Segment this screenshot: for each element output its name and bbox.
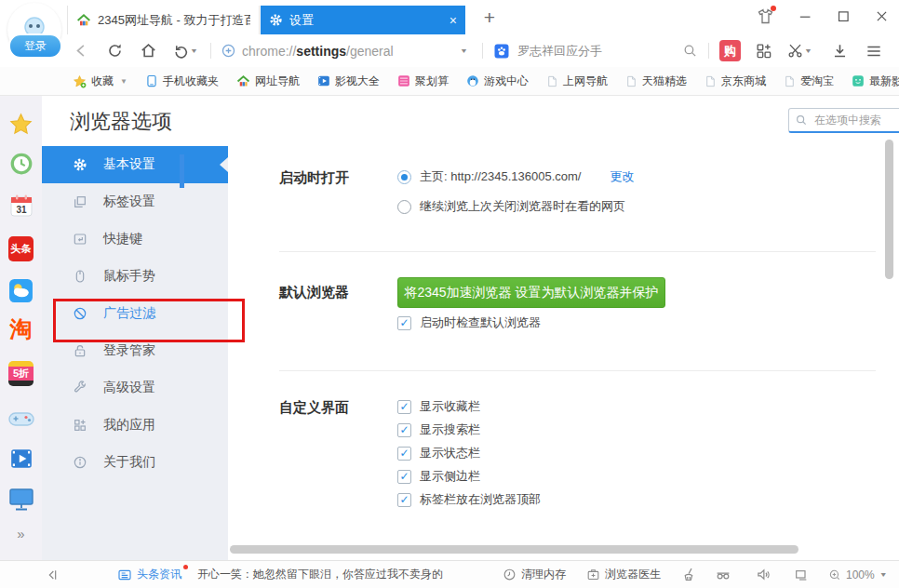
bookmark-item[interactable]: 影视大全 bbox=[317, 74, 380, 89]
nav-item-ad-filter[interactable]: 广告过滤 bbox=[42, 295, 228, 332]
nav-item-basic-settings[interactable]: 基本设置 bbox=[42, 146, 228, 183]
favorites-button[interactable]: 收藏 ▼ bbox=[73, 74, 127, 89]
incognito-mask-icon[interactable] bbox=[715, 561, 731, 588]
cleanup-broom-icon[interactable] bbox=[681, 561, 697, 588]
sound-speaker-icon[interactable] bbox=[756, 561, 772, 588]
nav-label: 基本设置 bbox=[103, 156, 155, 173]
close-button[interactable] bbox=[874, 8, 890, 24]
address-bar[interactable]: chrome://settings/general bbox=[242, 34, 394, 67]
new-tab-button[interactable]: + bbox=[476, 5, 503, 31]
bookmark-label: 京东商城 bbox=[721, 74, 766, 89]
checkbox-checked[interactable] bbox=[397, 470, 411, 484]
radio-selected[interactable] bbox=[397, 170, 411, 184]
screen-monitor-icon[interactable] bbox=[0, 488, 42, 512]
nav-scrollbar-thumb[interactable] bbox=[180, 154, 184, 188]
bookmark-item[interactable]: 爱淘宝 bbox=[784, 74, 834, 89]
tab-2345-navigation[interactable]: 2345网址导航 - 致力于打造百 bbox=[67, 6, 260, 34]
bookmark-item[interactable]: 聚划算 bbox=[397, 74, 449, 89]
rail-expand-chevron[interactable]: » bbox=[0, 526, 42, 541]
custom-ui-option[interactable]: 标签栏放在浏览器顶部 bbox=[397, 491, 541, 508]
navigation-toolbar: ▼ chrome://settings/general ▼ 罗志祥回应分手 购 … bbox=[0, 34, 899, 67]
bookmark-item[interactable]: 最新影视 bbox=[852, 74, 899, 89]
calendar-icon[interactable]: 31 bbox=[0, 194, 42, 218]
clean-memory-button[interactable]: 清理内存 bbox=[503, 561, 566, 588]
back-button[interactable] bbox=[73, 34, 90, 67]
site-security-icon[interactable] bbox=[221, 34, 236, 67]
bookmark-item[interactable]: 手机收藏夹 bbox=[145, 74, 219, 89]
custom-ui-option[interactable]: 显示收藏栏 bbox=[397, 398, 480, 415]
nav-label: 我的应用 bbox=[103, 417, 155, 434]
menu-button[interactable] bbox=[865, 34, 883, 67]
home-button[interactable] bbox=[140, 34, 157, 67]
check-default-option[interactable]: 启动时检查默认浏览器 bbox=[397, 314, 541, 331]
checkbox-checked[interactable] bbox=[397, 400, 411, 414]
nav-item-mouse-gestures[interactable]: 鼠标手势 bbox=[42, 258, 228, 295]
weather-icon[interactable] bbox=[0, 278, 42, 303]
minimize-button[interactable] bbox=[798, 8, 813, 24]
shopping-button[interactable]: 购 bbox=[719, 34, 741, 67]
settings-search-input[interactable] bbox=[812, 113, 899, 127]
custom-ui-option[interactable]: 显示状态栏 bbox=[397, 445, 480, 461]
refresh-button[interactable] bbox=[106, 34, 124, 67]
nav-item-my-apps[interactable]: 我的应用 bbox=[42, 407, 228, 444]
settings-search-box[interactable] bbox=[788, 108, 899, 133]
search-go-icon[interactable] bbox=[682, 34, 698, 67]
startup-home-option[interactable]: 主页: http://2345.136005.com/ 更改 bbox=[397, 168, 634, 185]
checkbox-checked[interactable] bbox=[397, 493, 411, 507]
tab-settings[interactable]: 设置 × bbox=[261, 6, 465, 34]
tab-close-icon[interactable]: × bbox=[450, 13, 457, 28]
discount-icon[interactable]: 5折 bbox=[0, 361, 42, 386]
download-button[interactable] bbox=[831, 34, 849, 67]
news-feed-button[interactable]: 头条资讯 开心一笑：她忽然留下眼泪，你答应过我不卖身的 bbox=[117, 561, 443, 588]
clean-memory-label: 清理内存 bbox=[521, 567, 566, 582]
favorites-star-icon[interactable] bbox=[0, 112, 42, 137]
skin-theme-icon[interactable] bbox=[756, 7, 775, 26]
bookmark-item[interactable]: 网址导航 bbox=[236, 74, 300, 89]
undo-button[interactable]: ▼ bbox=[172, 34, 198, 67]
nav-item-about-us[interactable]: 关于我们 bbox=[42, 444, 228, 481]
bookmark-item[interactable]: 京东商城 bbox=[704, 74, 766, 89]
set-default-browser-button[interactable]: 将2345加速浏览器 设置为默认浏览器并保护 bbox=[397, 277, 665, 308]
checkbox-checked[interactable] bbox=[397, 423, 411, 437]
maximize-button[interactable] bbox=[836, 8, 852, 24]
custom-ui-option[interactable]: 显示侧边栏 bbox=[397, 468, 480, 485]
collapse-sidebar-icon[interactable] bbox=[45, 561, 60, 588]
search-icon bbox=[795, 114, 808, 127]
video-film-icon[interactable] bbox=[0, 447, 42, 471]
apps-grid-button[interactable] bbox=[755, 34, 772, 67]
address-dropdown-caret[interactable]: ▼ bbox=[460, 38, 468, 64]
radio-unselected[interactable] bbox=[397, 200, 411, 214]
bookmark-item[interactable]: 游戏中心 bbox=[466, 74, 529, 89]
zoom-control[interactable]: 100% ▼ bbox=[828, 561, 888, 588]
checkbox-checked[interactable] bbox=[397, 316, 411, 330]
history-clock-icon[interactable] bbox=[0, 152, 42, 176]
zoom-caret-icon[interactable]: ▼ bbox=[879, 571, 888, 579]
news-ticker[interactable]: 开心一笑：她忽然留下眼泪，你答应过我不卖身的 bbox=[197, 567, 443, 582]
horizontal-scrollbar-thumb[interactable] bbox=[230, 545, 798, 554]
bookmarks-overflow-chevron[interactable]: » bbox=[885, 73, 892, 87]
browser-doctor-button[interactable]: 浏览器医生 bbox=[586, 561, 661, 588]
toutiao-news-icon[interactable]: 头条 bbox=[0, 236, 42, 261]
checkbox-checked[interactable] bbox=[397, 447, 411, 461]
screenshot-scissors-button[interactable]: ▼ bbox=[786, 34, 812, 67]
nav-item-hotkeys[interactable]: 快捷键 bbox=[42, 220, 228, 258]
games-gamepad-icon[interactable] bbox=[0, 406, 42, 432]
search-input[interactable]: 罗志祥回应分手 bbox=[517, 34, 602, 67]
undo-dropdown-caret[interactable]: ▼ bbox=[190, 47, 198, 55]
gear-favicon-icon bbox=[269, 13, 283, 27]
change-homepage-link[interactable]: 更改 bbox=[610, 168, 634, 185]
custom-ui-option[interactable]: 显示搜索栏 bbox=[397, 421, 480, 438]
option-label: 显示侧边栏 bbox=[420, 468, 480, 485]
login-button[interactable]: 登录 bbox=[8, 33, 62, 59]
page-snapshot-icon[interactable] bbox=[794, 561, 809, 588]
nav-item-advanced-settings[interactable]: 高级设置 bbox=[42, 369, 228, 407]
taobao-icon[interactable]: 淘 bbox=[0, 318, 42, 341]
scissors-dropdown-caret[interactable]: ▼ bbox=[804, 47, 812, 55]
nav-item-login-manager[interactable]: 登录管家 bbox=[42, 332, 228, 369]
bookmark-item[interactable]: 天猫精选 bbox=[625, 74, 687, 89]
vertical-scrollbar-thumb[interactable] bbox=[885, 140, 893, 279]
tab-title: 2345网址导航 - 致力于打造百 bbox=[98, 12, 250, 29]
startup-restore-option[interactable]: 继续浏览上次关闭浏览器时在看的网页 bbox=[397, 198, 625, 215]
bookmark-item[interactable]: 上网导航 bbox=[546, 74, 608, 89]
nav-item-tab-settings[interactable]: 标签设置 bbox=[42, 183, 228, 220]
